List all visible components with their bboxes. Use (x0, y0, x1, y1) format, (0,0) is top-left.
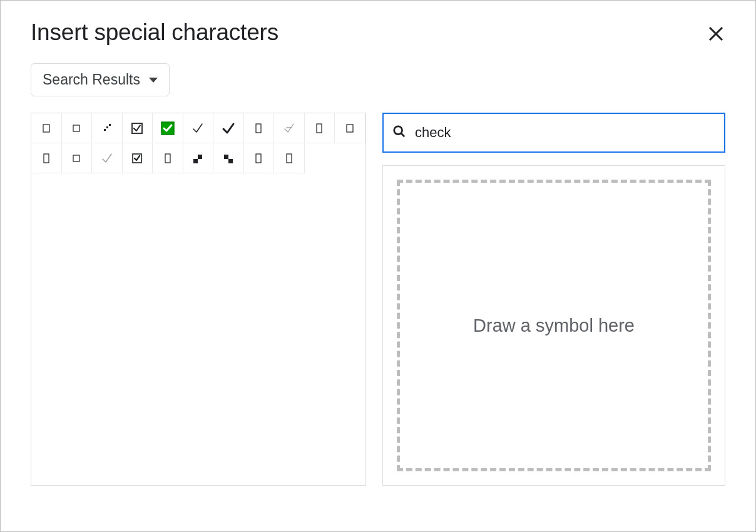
svg-point-22 (394, 126, 402, 135)
svg-line-23 (401, 133, 405, 137)
char-white-square-2[interactable] (62, 143, 93, 173)
svg-rect-10 (317, 124, 322, 133)
char-vertical-rect-2[interactable] (274, 143, 305, 173)
svg-rect-19 (228, 159, 233, 163)
char-check-mark[interactable] (183, 113, 214, 143)
draw-panel: Draw a symbol here (382, 165, 725, 486)
chevron-down-icon (149, 78, 158, 83)
svg-rect-5 (106, 126, 108, 128)
char-white-rect[interactable] (31, 143, 62, 173)
svg-rect-9 (256, 124, 261, 133)
svg-rect-11 (347, 125, 353, 132)
char-white-rect-2[interactable] (153, 143, 183, 173)
svg-rect-3 (73, 125, 79, 131)
dropdown-label: Search Results (43, 71, 140, 88)
char-white-vertical-rectangle[interactable] (305, 113, 335, 143)
category-dropdown[interactable]: Search Results (31, 63, 170, 96)
char-checker-board[interactable] (183, 143, 214, 173)
svg-rect-21 (287, 154, 292, 163)
search-input[interactable] (415, 125, 715, 141)
char-heavy-check-mark[interactable] (213, 113, 244, 143)
character-grid (31, 113, 366, 486)
char-light-check-mark[interactable] (92, 143, 123, 173)
search-box[interactable] (382, 113, 725, 153)
char-white-heavy-check-mark[interactable] (153, 113, 183, 143)
svg-rect-2 (43, 125, 49, 132)
svg-rect-15 (165, 154, 170, 163)
char-ballot-box[interactable] (31, 113, 62, 143)
char-square-outline[interactable] (244, 113, 275, 143)
char-not-check-mark[interactable] (274, 113, 305, 143)
char-checker-pattern[interactable] (92, 113, 123, 143)
svg-rect-13 (73, 155, 79, 161)
svg-rect-20 (256, 154, 261, 163)
char-ballot-box-with-check[interactable] (123, 113, 153, 143)
svg-rect-4 (104, 129, 106, 131)
svg-rect-6 (109, 124, 111, 126)
draw-canvas[interactable]: Draw a symbol here (397, 180, 711, 471)
close-icon (707, 34, 725, 45)
svg-rect-16 (193, 159, 198, 163)
svg-rect-17 (198, 155, 202, 159)
svg-rect-12 (44, 154, 49, 163)
search-icon (392, 125, 406, 141)
draw-placeholder: Draw a symbol here (473, 315, 635, 336)
close-button[interactable] (703, 21, 729, 49)
char-white-square[interactable] (62, 113, 93, 143)
char-ballot-box-2[interactable] (335, 113, 365, 143)
char-checker-board-2[interactable] (213, 143, 244, 173)
char-ballot-box-with-bold-check[interactable] (123, 143, 153, 173)
char-vertical-rect[interactable] (244, 143, 275, 173)
dialog-title: Insert special characters (31, 19, 278, 46)
svg-rect-18 (224, 155, 228, 159)
